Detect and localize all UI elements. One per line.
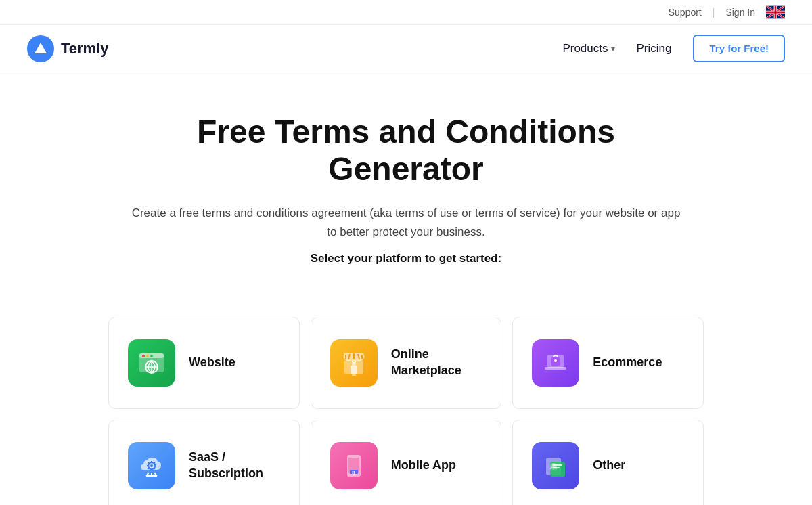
logo-text: Termly [61,40,109,58]
svg-text:B: B [352,470,355,475]
svg-point-5 [146,355,149,357]
support-link[interactable]: Support [669,7,702,18]
platform-label-marketplace: Online Marketplace [391,347,461,378]
ecommerce-icon [532,339,579,387]
hero-cta: Select your platform to get started: [129,252,683,265]
platform-card-website[interactable]: Website [108,317,300,409]
svg-marker-1 [35,43,47,53]
svg-point-19 [150,464,153,467]
platform-label-ecommerce: Ecommerce [593,355,662,370]
svg-line-27 [148,468,149,468]
chevron-down-icon: ▾ [611,44,615,53]
signin-link[interactable]: Sign In [725,7,755,18]
platform-card-saas[interactable]: SaaS / Subscription [108,420,300,505]
hero-title: Free Terms and Conditions Generator [129,113,683,188]
hero-section: Free Terms and Conditions Generator Crea… [102,72,710,317]
svg-rect-12 [352,374,356,376]
svg-line-26 [154,462,155,463]
saas-icon [128,442,175,489]
platform-label-saas: SaaS / Subscription [189,449,263,481]
try-free-button[interactable]: Try for Free! [693,35,785,62]
svg-line-25 [154,468,155,468]
mobile-icon: B [330,442,378,489]
website-icon [128,339,175,387]
svg-point-6 [150,355,153,357]
svg-point-4 [142,355,145,357]
platform-card-ecommerce[interactable]: Ecommerce [512,317,704,409]
platform-card-mobile[interactable]: B Mobile App [311,420,502,505]
svg-point-17 [554,359,557,362]
platform-card-other[interactable]: Other [512,420,704,505]
other-icon [532,442,579,489]
language-flag[interactable] [766,5,785,19]
platform-label-mobile: Mobile App [391,458,456,473]
svg-line-24 [148,462,149,463]
svg-point-42 [552,464,555,466]
svg-rect-13 [352,362,356,366]
nav-products[interactable]: Products ▾ [562,42,614,56]
platform-grid: Website Online Mar [81,317,731,505]
hero-description: Create a free terms and conditions agree… [129,204,683,240]
nav-pricing[interactable]: Pricing [637,42,672,56]
top-bar: Support | Sign In [0,0,812,25]
platform-label-other: Other [593,458,625,473]
marketplace-icon [330,339,378,387]
main-nav: Products ▾ Pricing Try for Free! [562,35,785,62]
svg-rect-11 [351,366,357,374]
logo[interactable]: Termly [27,35,109,62]
platform-card-marketplace[interactable]: Online Marketplace [311,317,502,409]
divider: | [713,7,715,18]
logo-icon [27,35,54,62]
platform-label-website: Website [189,355,235,370]
main-header: Termly Products ▾ Pricing Try for Free! [0,25,812,72]
